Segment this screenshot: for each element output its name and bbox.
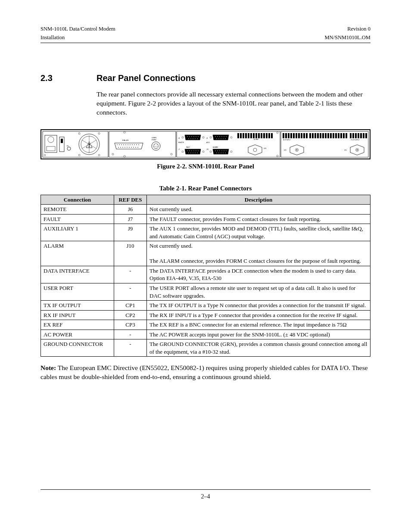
th-description: Description [147, 195, 371, 205]
connectors-table: Connection REF DES Description REMOTEJ6N… [40, 195, 371, 357]
svg-point-91 [195, 152, 195, 153]
cell-description: The EX REF is a BNC connector for an ext… [147, 320, 371, 330]
svg-point-85 [193, 150, 194, 151]
cell-description: The DATA INTERFACE provides a DCE connec… [147, 266, 371, 283]
svg-point-71 [219, 136, 220, 137]
svg-rect-113 [253, 133, 255, 138]
label-j6: J6 [178, 137, 180, 139]
section-title: Rear Panel Connections [97, 73, 196, 83]
svg-rect-116 [261, 133, 262, 138]
svg-rect-148 [350, 133, 352, 138]
cell-connection: AUXILIARY 1 [41, 224, 114, 241]
table-row: USER PORT-The USER PORT allows a remote … [41, 283, 371, 300]
svg-point-99 [224, 150, 224, 151]
svg-point-32 [120, 147, 121, 148]
rear-panel-diagram: #10 EIA-449 USER PORT [40, 129, 371, 159]
cell-connection: RX IF INPUT [41, 310, 114, 320]
label-alarms: ALARMS [213, 146, 218, 148]
cell-connection: FAULT [41, 214, 114, 224]
svg-point-83 [189, 150, 190, 151]
svg-rect-126 [290, 133, 292, 138]
svg-rect-140 [327, 133, 329, 138]
label-j10: J10 [206, 149, 209, 150]
svg-rect-123 [283, 133, 284, 138]
svg-point-64 [193, 138, 193, 139]
svg-point-97 [219, 150, 220, 151]
svg-point-24 [125, 144, 126, 145]
svg-point-60 [196, 136, 196, 137]
svg-rect-114 [255, 133, 257, 138]
svg-point-73 [224, 136, 224, 137]
table-caption: Table 2-1. Rear Panel Connectors [40, 185, 371, 192]
svg-rect-11 [89, 146, 90, 147]
svg-point-21 [119, 144, 120, 145]
svg-rect-112 [250, 133, 252, 138]
page-number: 2–4 [40, 493, 371, 500]
svg-rect-138 [322, 133, 324, 138]
svg-point-101 [216, 152, 217, 153]
svg-rect-128 [296, 133, 297, 138]
table-row: AC POWER-The AC POWER accepts input powe… [41, 330, 371, 339]
cell-connection: USER PORT [41, 283, 114, 300]
svg-point-30 [138, 144, 139, 145]
svg-rect-136 [317, 133, 319, 138]
svg-rect-150 [355, 133, 357, 138]
svg-point-38 [133, 147, 134, 148]
svg-point-20 [117, 144, 118, 145]
th-refdes: REF DES [114, 195, 147, 205]
table-row: EX REFCP3The EX REF is a BNC connector f… [41, 320, 371, 330]
cell-refdes: - [114, 330, 147, 339]
th-connection: Connection [41, 195, 114, 205]
cell-description: The GROUND CONNECTOR (GRN), provides a c… [147, 339, 371, 357]
svg-point-43 [154, 144, 155, 145]
svg-point-47 [157, 146, 158, 146]
svg-rect-153 [363, 133, 364, 138]
svg-point-57 [189, 136, 190, 137]
header-right-2: MN/SNM1010L.OM [324, 34, 371, 41]
svg-point-44 [157, 144, 157, 145]
svg-point-100 [226, 150, 226, 151]
svg-rect-134 [312, 133, 314, 138]
svg-point-48 [155, 148, 155, 148]
svg-point-65 [195, 138, 195, 139]
figure-rear-panel: #10 EIA-449 USER PORT [40, 129, 371, 170]
cell-refdes: CP1 [114, 301, 147, 311]
svg-rect-117 [263, 133, 265, 138]
svg-point-158 [357, 149, 358, 150]
svg-point-28 [134, 144, 135, 145]
section-heading: 2.3 Rear Panel Connections [40, 73, 371, 83]
header-left-1: SNM-1010L Data/Control Modem [40, 26, 115, 33]
svg-point-74 [226, 136, 226, 137]
table-row: FAULTJ7The FAULT connector, provides For… [41, 214, 371, 224]
table-row: ALARMJ10Not currently used. The ALARM co… [41, 241, 371, 266]
svg-rect-130 [301, 133, 302, 138]
svg-point-33 [122, 147, 123, 148]
cell-description: The TX IF OUTPUT is a Type N connector t… [147, 301, 371, 311]
cell-description: The RX IF INPUT is a Type F connector th… [147, 310, 371, 320]
svg-point-105 [225, 152, 225, 153]
cell-refdes: CP2 [114, 310, 147, 320]
svg-point-72 [221, 136, 222, 137]
svg-rect-119 [268, 133, 270, 138]
svg-rect-131 [303, 133, 305, 138]
svg-point-56 [187, 136, 187, 137]
svg-point-156 [296, 149, 297, 150]
svg-rect-142 [333, 133, 334, 138]
svg-point-46 [156, 146, 156, 146]
svg-point-70 [217, 136, 218, 137]
svg-point-90 [193, 152, 193, 153]
header-right-1: Revision 0 [347, 26, 371, 33]
svg-point-104 [223, 152, 223, 153]
svg-rect-133 [309, 133, 311, 138]
cell-refdes: J9 [114, 224, 147, 241]
cell-refdes: - [114, 283, 147, 300]
label-userport-2: PORT [152, 139, 157, 141]
cell-description: The FAULT connector, provides Form C con… [147, 214, 371, 224]
label-aux1: AUX 1 [206, 142, 210, 143]
label-cp3: CP3 [264, 148, 266, 149]
svg-point-98 [221, 150, 222, 151]
svg-rect-147 [346, 133, 347, 138]
svg-point-39 [135, 147, 136, 148]
svg-point-79 [225, 138, 225, 139]
svg-rect-143 [335, 133, 337, 138]
